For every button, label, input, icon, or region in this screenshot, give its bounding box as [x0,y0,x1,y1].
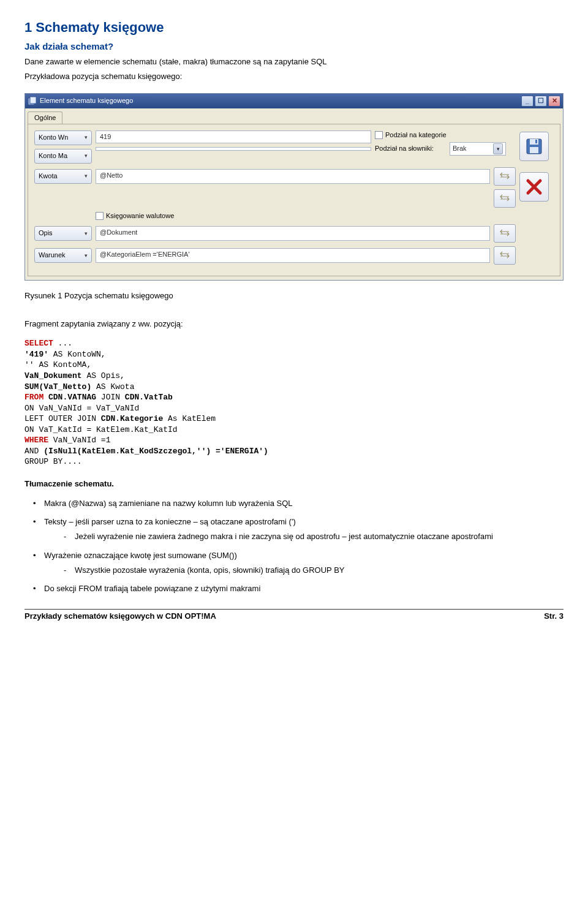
close-button[interactable]: ✕ [548,96,560,107]
heading-1: 1 Schematy księgowe [24,18,564,37]
kwota-action-button[interactable] [494,167,516,186]
list-item: Wszystkie pozostałe wyrażenia (konta, op… [61,565,564,576]
konto-ma-label: Konto Ma [39,151,67,161]
example-caption: Przykładowa pozycja schematu księgowego: [24,71,564,82]
kwota-label: Kwota [39,172,58,181]
chevron-down-icon: ▾ [85,252,88,260]
kwota-input[interactable]: @Netto [96,169,490,184]
page-footer: Przykłady schematów księgowych w CDN OPT… [24,611,564,622]
cancel-button[interactable] [519,172,549,202]
podzial-kategorie-checkbox[interactable] [375,131,383,139]
slowniki-value: Brak [453,144,467,153]
list-item: Makra (@Nazwa) są zamieniane na nazwy ko… [24,498,564,509]
chevron-down-icon: ▾ [85,230,88,238]
opis-label: Opis [39,229,53,238]
chevron-down-icon: ▾ [493,143,503,154]
tab-ogolne[interactable]: Ogólne [28,111,62,124]
konto-wn-button[interactable]: Konto Wn▾ [34,130,92,145]
konto-wn-label: Konto Wn [39,133,68,142]
svg-rect-5 [535,140,537,143]
ksiegowanie-walutowe-checkbox[interactable] [96,212,104,220]
svg-rect-1 [30,97,36,104]
konto-wn-input[interactable]: 419 [96,130,371,143]
opis-action-button[interactable] [494,224,516,243]
translation-heading: Tłumaczenie schematu. [24,478,564,489]
konto-ma-input[interactable] [96,147,371,151]
list-item: Wyrażenie oznaczające kwotę jest sumowan… [24,550,564,576]
window-app-icon [28,96,37,106]
window-title: Element schematu księgowego [40,96,133,105]
bullet-list: Makra (@Nazwa) są zamieniane na nazwy ko… [24,498,564,594]
extra-action-button[interactable] [494,189,516,208]
warunek-action-button[interactable] [494,246,516,265]
opis-button[interactable]: Opis▾ [34,226,92,241]
fragment-label: Fragment zapytania związany z ww. pozycj… [24,319,564,330]
sql-code-block: SELECT ... '419' AS KontoWN, '' AS Konto… [24,338,564,467]
ksiegowanie-walutowe-label: Księgowanie walutowe [106,211,174,221]
list-item: Teksty – jeśli parser uzna to za koniecz… [24,516,564,542]
footer-title: Przykłady schematów księgowych w CDN OPT… [24,611,544,622]
svg-rect-4 [530,147,538,153]
save-button[interactable] [519,132,549,161]
chevron-down-icon: ▾ [85,134,88,142]
opis-input[interactable]: @Dokument [96,226,490,241]
slowniki-select[interactable]: Brak ▾ [450,142,506,156]
heading-2: Jak działa schemat? [24,40,564,53]
list-item: Do sekcji FROM trafiają tabele powiązane… [24,583,564,594]
kwota-button[interactable]: Kwota▾ [34,169,92,184]
chevron-down-icon: ▾ [85,152,88,160]
window-titlebar: Element schematu księgowego _ ☐ ✕ [25,94,563,108]
chevron-down-icon: ▾ [85,172,88,180]
intro-text: Dane zawarte w elemencie schematu (stałe… [24,56,564,67]
figure-caption: Rysunek 1 Pozycja schematu księgowego [24,290,564,301]
podzial-kategorie-label: Podział na kategorie [385,130,447,140]
konto-ma-button[interactable]: Konto Ma▾ [34,149,92,164]
podzial-slowniki-label: Podział na słowniki: [375,144,434,153]
minimize-button[interactable]: _ [521,96,533,107]
warunek-input[interactable]: @KategoriaElem ='ENERGIA' [96,248,490,263]
window-element-schematu: Element schematu księgowego _ ☐ ✕ Ogólne… [24,93,564,281]
page-number: Str. 3 [544,611,564,622]
warunek-label: Warunek [39,251,66,260]
maximize-button[interactable]: ☐ [535,96,547,107]
footer-rule [24,609,564,610]
warunek-button[interactable]: Warunek▾ [34,248,92,263]
list-item: Jeżeli wyrażenie nie zawiera żadnego mak… [61,531,564,542]
